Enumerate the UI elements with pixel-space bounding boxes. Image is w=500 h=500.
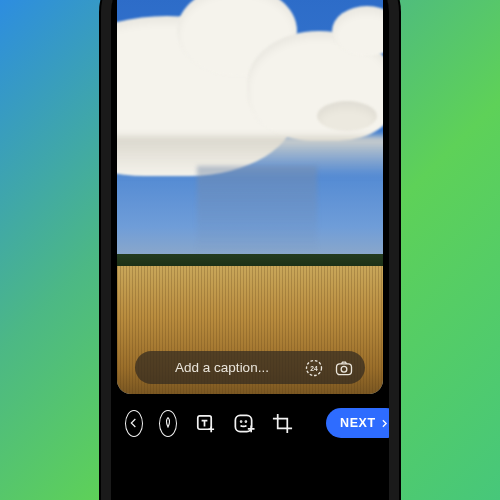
next-button[interactable]: NEXT	[326, 408, 389, 438]
caption-input[interactable]: Add a caption... 24	[135, 351, 365, 384]
24-timer-icon[interactable]: 24	[303, 357, 325, 379]
sticker-button[interactable]	[232, 411, 255, 435]
photo-rain	[197, 166, 317, 256]
phone-frame: Add a caption... 24	[101, 0, 399, 500]
svg-point-6	[241, 421, 242, 422]
svg-text:24: 24	[310, 364, 318, 371]
back-button[interactable]	[125, 410, 143, 437]
svg-point-3	[341, 366, 347, 372]
marker-button[interactable]	[159, 410, 177, 437]
svg-point-7	[245, 421, 246, 422]
next-button-label: NEXT	[340, 416, 376, 430]
screen: Add a caption... 24	[111, 0, 389, 500]
media-preview[interactable]: Add a caption... 24	[117, 0, 383, 394]
editor-toolbar: NEXT	[111, 400, 389, 446]
caption-placeholder: Add a caption...	[149, 360, 295, 375]
svg-rect-2	[337, 363, 352, 374]
add-text-button[interactable]	[193, 411, 216, 435]
crop-button[interactable]	[271, 411, 294, 435]
photo-cloud	[317, 101, 377, 131]
chevron-right-icon	[378, 417, 389, 430]
camera-icon[interactable]	[333, 357, 355, 379]
